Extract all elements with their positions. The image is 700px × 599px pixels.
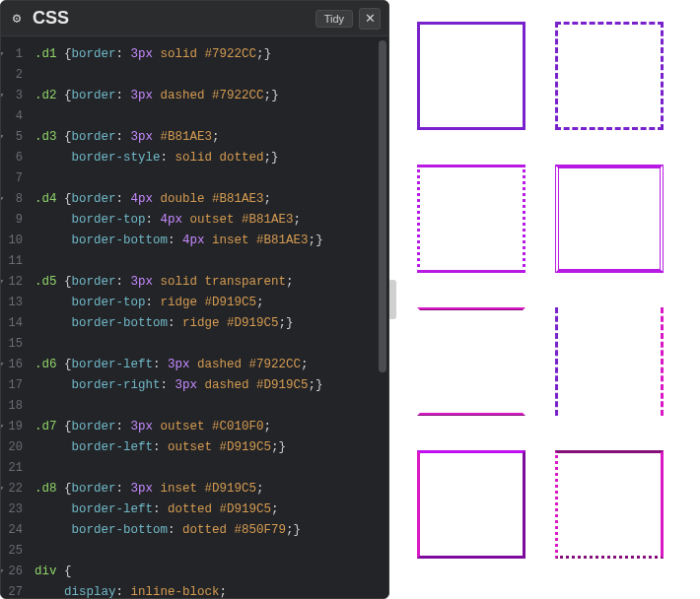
line-number: 13	[1, 293, 23, 313]
line-number: 17	[1, 375, 23, 396]
code-area[interactable]: .d1 {border: 3px solid #7922CC;} .d2 {bo…	[29, 36, 388, 598]
code-line[interactable]: .d6 {border-left: 3px dashed #7922CC;	[35, 355, 388, 375]
preview-box-d2	[555, 22, 664, 130]
code-line[interactable]	[35, 251, 388, 272]
preview-grid	[407, 12, 683, 583]
preview-box-d5	[417, 307, 525, 416]
code-line[interactable]	[35, 396, 388, 417]
line-number: 20	[1, 437, 23, 458]
preview-cell	[545, 155, 683, 298]
line-number: 24	[1, 520, 23, 541]
code-line[interactable]	[35, 65, 388, 86]
code-line[interactable]: border-left: outset #D919C5;}	[35, 437, 388, 458]
code-line[interactable]: .d8 {border: 3px inset #D919C5;	[35, 479, 388, 499]
line-number: 8	[1, 189, 23, 210]
code-line[interactable]	[35, 334, 388, 355]
line-number: 10	[1, 231, 23, 251]
preview-box-d6	[555, 307, 664, 416]
code-line[interactable]	[35, 458, 388, 479]
preview-cell	[545, 440, 683, 583]
gear-icon[interactable]: ⚙	[9, 11, 25, 27]
preview-box-d4	[555, 165, 664, 273]
code-line[interactable]: border-top: 4px outset #B81AE3;	[35, 210, 388, 231]
code-line[interactable]: border-top: ridge #D919C5;	[35, 293, 388, 313]
panel-header: ⚙ CSS Tidy ✕	[1, 1, 388, 36]
line-number: 15	[1, 334, 23, 355]
line-number: 7	[1, 168, 23, 189]
code-line[interactable]: .d4 {border: 4px double #B81AE3;	[35, 189, 388, 210]
preview-box-d8	[555, 450, 664, 559]
close-icon[interactable]: ✕	[359, 8, 381, 30]
preview-box-d1	[417, 22, 525, 130]
code-line[interactable]: .d1 {border: 3px solid #7922CC;}	[35, 44, 388, 65]
css-editor-panel: ⚙ CSS Tidy ✕ 123456789101112131415161718…	[0, 0, 389, 599]
line-number: 11	[1, 251, 23, 272]
preview-box-d3	[417, 165, 525, 273]
line-number: 26	[1, 562, 23, 582]
line-number: 1	[1, 44, 23, 65]
code-line[interactable]: div {	[35, 562, 388, 582]
tidy-button[interactable]: Tidy	[315, 10, 353, 28]
code-line[interactable]: border-left: dotted #D919C5;	[35, 499, 388, 520]
code-line[interactable]: border-style: solid dotted;}	[35, 148, 388, 168]
preview-panel	[389, 0, 700, 599]
code-line[interactable]: .d2 {border: 3px dashed #7922CC;}	[35, 86, 388, 106]
line-number: 14	[1, 313, 23, 334]
code-line[interactable]: border-bottom: dotted #850F79;}	[35, 520, 388, 541]
preview-cell	[407, 298, 545, 440]
code-line[interactable]: border-bottom: 4px inset #B81AE3;}	[35, 231, 388, 251]
preview-cell	[545, 12, 683, 155]
line-number: 16	[1, 355, 23, 375]
line-number: 4	[1, 106, 23, 127]
line-gutter: 1234567891011121314151617181920212223242…	[1, 36, 29, 598]
line-number: 6	[1, 148, 23, 168]
line-number: 21	[1, 458, 23, 479]
preview-cell	[545, 298, 683, 440]
code-line[interactable]: .d7 {border: 3px outset #C010F0;	[35, 417, 388, 437]
resize-handle[interactable]	[389, 280, 396, 319]
line-number: 27	[1, 582, 23, 598]
line-number: 2	[1, 65, 23, 86]
line-number: 5	[1, 127, 23, 148]
line-number: 19	[1, 417, 23, 437]
preview-cell	[407, 155, 545, 298]
panel-title: CSS	[33, 8, 315, 29]
vertical-scrollbar[interactable]	[379, 40, 386, 594]
line-number: 25	[1, 541, 23, 562]
code-line[interactable]	[35, 106, 388, 127]
code-line[interactable]	[35, 541, 388, 562]
code-line[interactable]: .d5 {border: 3px solid transparent;	[35, 272, 388, 293]
code-line[interactable]: .d3 {border: 3px #B81AE3;	[35, 127, 388, 148]
code-editor[interactable]: 1234567891011121314151617181920212223242…	[1, 36, 388, 598]
line-number: 18	[1, 396, 23, 417]
line-number: 3	[1, 86, 23, 106]
line-number: 9	[1, 210, 23, 231]
scroll-thumb[interactable]	[379, 40, 386, 372]
code-line[interactable]: display: inline-block;	[35, 582, 388, 598]
preview-box-d7	[417, 450, 525, 559]
preview-cell	[407, 440, 545, 583]
line-number: 12	[1, 272, 23, 293]
line-number: 22	[1, 479, 23, 499]
line-number: 23	[1, 499, 23, 520]
code-line[interactable]	[35, 168, 388, 189]
code-line[interactable]: border-right: 3px dashed #D919C5;}	[35, 375, 388, 396]
code-line[interactable]: border-bottom: ridge #D919C5;}	[35, 313, 388, 334]
preview-cell	[407, 12, 545, 155]
